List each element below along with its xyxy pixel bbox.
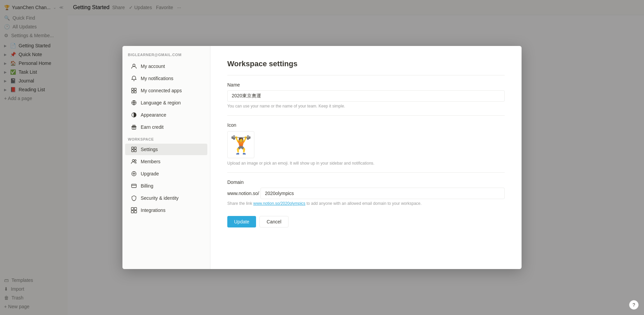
svg-rect-1 xyxy=(132,88,134,90)
modal-menu-item-security[interactable]: Security & identity xyxy=(125,192,207,204)
svg-rect-21 xyxy=(134,208,137,210)
modal-menu-item-notifications[interactable]: My notifications xyxy=(125,73,207,84)
svg-rect-3 xyxy=(132,91,134,93)
gift-icon xyxy=(131,124,137,130)
my-account-label: My account xyxy=(141,64,165,69)
modal-menu-item-members[interactable]: Members xyxy=(125,156,207,167)
domain-hint: Share the link www.notion.so/2020olympic… xyxy=(227,201,505,206)
name-hint: You can use your name or the name of you… xyxy=(227,104,505,108)
domain-prefix: www.notion.so/ xyxy=(227,191,260,196)
account-icon xyxy=(131,63,137,70)
domain-label: Domain xyxy=(227,179,505,185)
icon-preview[interactable]: 🏋️ xyxy=(227,131,254,158)
modal-sidebar: BIGLEARNER@GMAIL.COM My account xyxy=(122,46,210,269)
appearance-icon xyxy=(131,112,137,118)
svg-rect-23 xyxy=(134,211,137,213)
name-label: Name xyxy=(227,82,505,88)
modal-menu-item-earn-credit[interactable]: Earn credit xyxy=(125,121,207,133)
domain-input[interactable] xyxy=(260,188,505,199)
modal-menu-item-upgrade[interactable]: Upgrade xyxy=(125,168,207,179)
svg-rect-20 xyxy=(131,208,134,210)
modal-menu-item-language[interactable]: Language & region xyxy=(125,97,207,108)
update-button[interactable]: Update xyxy=(227,216,256,227)
domain-link[interactable]: www.notion.so/2020olympics xyxy=(253,201,305,206)
bell-icon xyxy=(131,75,137,82)
modal-menu-item-appearance[interactable]: Appearance xyxy=(125,109,207,121)
svg-point-13 xyxy=(132,160,134,162)
user-email: BIGLEARNER@GMAIL.COM xyxy=(122,53,210,60)
icon-label: Icon xyxy=(227,122,505,128)
modal-divider-2 xyxy=(227,115,505,116)
svg-point-0 xyxy=(133,64,135,67)
svg-rect-18 xyxy=(132,184,136,188)
earn-credit-label: Earn credit xyxy=(141,124,164,130)
icon-hint: Upload an image or pick an emoji. It wil… xyxy=(227,161,505,166)
billing-label: Billing xyxy=(141,183,153,189)
modal-menu-item-settings[interactable]: Settings xyxy=(125,144,207,155)
notifications-label: My notifications xyxy=(141,76,173,81)
svg-rect-4 xyxy=(134,91,136,93)
modal-overlay: BIGLEARNER@GMAIL.COM My account xyxy=(0,0,644,315)
appearance-label: Appearance xyxy=(141,112,166,118)
settings-icon xyxy=(131,146,137,153)
domain-hint-prefix: Share the link xyxy=(227,201,252,206)
modal-main: Workspace settings Name You can use your… xyxy=(210,46,522,269)
svg-point-14 xyxy=(135,160,136,162)
svg-rect-12 xyxy=(134,150,136,152)
domain-row: www.notion.so/ xyxy=(227,188,505,199)
connected-apps-label: My connected apps xyxy=(141,88,182,93)
security-label: Security & identity xyxy=(141,195,179,201)
upgrade-icon xyxy=(131,170,137,177)
integrations-icon xyxy=(131,207,137,214)
billing-icon xyxy=(131,183,137,189)
modal-menu-item-my-account[interactable]: My account xyxy=(125,60,207,72)
modal-divider-3 xyxy=(227,172,505,173)
members-icon xyxy=(131,158,137,165)
svg-rect-10 xyxy=(134,147,136,149)
shield-icon xyxy=(131,195,137,201)
svg-rect-22 xyxy=(131,211,134,213)
modal-divider-1 xyxy=(227,75,505,75)
domain-hint-suffix: to add anyone with an allowed email doma… xyxy=(306,201,421,206)
modal-menu-item-connected-apps[interactable]: My connected apps xyxy=(125,85,207,96)
button-row: Update Cancel xyxy=(227,216,505,227)
svg-rect-2 xyxy=(134,88,136,90)
cancel-button[interactable]: Cancel xyxy=(259,216,289,227)
modal-menu-item-billing[interactable]: Billing xyxy=(125,180,207,192)
workspace-name-input[interactable] xyxy=(227,90,505,102)
modal-menu-item-integrations[interactable]: Integrations xyxy=(125,204,207,216)
settings-label: Settings xyxy=(141,147,158,152)
settings-modal: BIGLEARNER@GMAIL.COM My account xyxy=(122,46,522,269)
workspace-section-label: WORKSPACE xyxy=(122,133,210,143)
apps-icon xyxy=(131,87,137,94)
members-label: Members xyxy=(141,159,160,164)
language-label: Language & region xyxy=(141,100,181,105)
help-button[interactable]: ? xyxy=(629,300,639,310)
integrations-label: Integrations xyxy=(141,208,165,213)
modal-title: Workspace settings xyxy=(227,59,505,68)
icon-section: 🏋️ Upload an image or pick an emoji. It … xyxy=(227,131,505,166)
svg-rect-9 xyxy=(132,147,134,149)
upgrade-label: Upgrade xyxy=(141,171,159,176)
globe-icon xyxy=(131,99,137,106)
svg-rect-11 xyxy=(132,150,134,152)
